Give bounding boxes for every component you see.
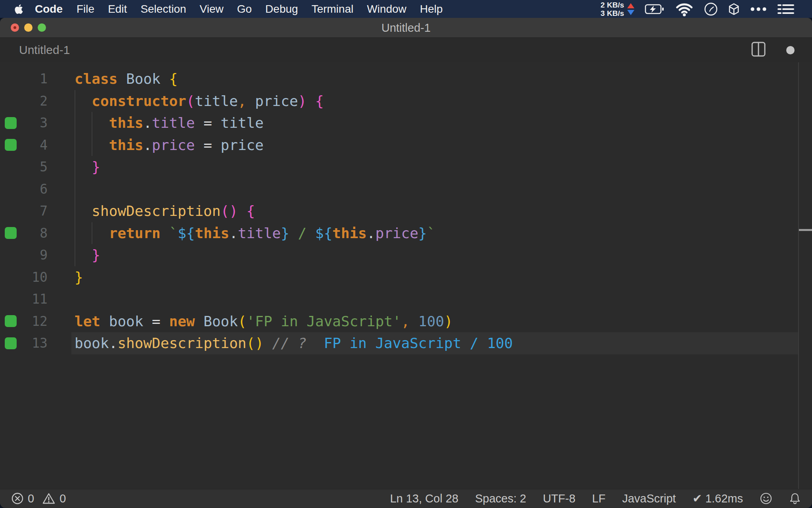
code-text: book.showDescription() // ? FP in JavaSc…	[75, 332, 513, 354]
line-number: 8	[0, 222, 48, 244]
split-editor-icon[interactable]	[751, 41, 766, 59]
menu-item-go[interactable]: Go	[230, 3, 259, 15]
tab-actions	[751, 38, 795, 62]
line-number: 1	[0, 68, 48, 90]
menu-status-area: 2 KB/s 3 KB/s	[601, 1, 812, 17]
network-arrows-icon	[627, 3, 634, 15]
code-line-10[interactable]: 10}	[0, 266, 812, 289]
code-line-13[interactable]: 13book.showDescription() // ? FP in Java…	[0, 332, 812, 354]
notifications-bell-icon[interactable]	[789, 492, 801, 505]
quokka-status[interactable]: ✔ 1.62ms	[693, 492, 743, 505]
status-right: Ln 13, Col 28 Spaces: 2 UTF-8 LF JavaScr…	[390, 492, 801, 505]
editor-tab-bar: Untitled-1	[0, 38, 812, 62]
cube-icon[interactable]	[728, 3, 740, 15]
code-line-4[interactable]: 4 this.price = price	[0, 134, 812, 156]
window-title: Untitled-1	[0, 18, 812, 38]
line-number: 5	[0, 156, 48, 178]
tab-untitled-1[interactable]: Untitled-1	[19, 38, 70, 62]
overview-ruler-border	[798, 62, 799, 489]
line-number: 4	[0, 134, 48, 156]
code-line-11[interactable]: 11	[0, 288, 812, 310]
line-number: 3	[0, 112, 48, 134]
window-titlebar[interactable]: Untitled-1	[0, 18, 812, 38]
code-editor[interactable]: 1class Book {2 constructor(title, price)…	[0, 62, 812, 489]
line-number: 2	[0, 90, 48, 112]
line-number: 6	[0, 178, 48, 200]
code-text: this.price = price	[75, 134, 264, 156]
indentation-setting[interactable]: Spaces: 2	[475, 492, 526, 505]
line-number: 9	[0, 244, 48, 266]
menu-app-name[interactable]: Code	[28, 3, 70, 15]
menu-item-terminal[interactable]: Terminal	[305, 3, 360, 15]
battery-charging-icon[interactable]	[645, 4, 665, 15]
code-line-7[interactable]: 7 showDescription() {	[0, 200, 812, 222]
ellipsis-icon[interactable]	[750, 7, 767, 12]
code-text: let book = new Book('FP in JavaScript', …	[75, 310, 453, 333]
line-number: 7	[0, 200, 48, 222]
code-text: showDescription() {	[75, 200, 255, 222]
code-line-8[interactable]: 8 return `${this.title} / ${this.price}`	[0, 222, 812, 244]
code-line-2[interactable]: 2 constructor(title, price) {	[0, 90, 812, 112]
upload-arrow-icon	[627, 3, 634, 8]
line-number: 10	[0, 266, 48, 289]
errors-count: 0	[28, 492, 34, 505]
status-bar: 0 0 Ln 13, Col 28 Spaces: 2 UTF-8 LF Jav…	[0, 489, 812, 508]
check-icon: ✔	[693, 492, 702, 505]
line-number: 11	[0, 288, 48, 310]
errors-icon	[11, 492, 24, 505]
menu-item-view[interactable]: View	[193, 3, 230, 15]
clock-icon[interactable]	[704, 2, 718, 16]
menu-items: FileEditSelectionViewGoDebugTerminalWind…	[70, 3, 450, 15]
code-line-5[interactable]: 5 }	[0, 156, 812, 178]
list-icon[interactable]	[777, 3, 795, 15]
apple-icon[interactable]	[10, 3, 28, 15]
code-text: this.title = title	[75, 112, 264, 134]
network-speed-widget[interactable]: 2 KB/s 3 KB/s	[601, 1, 634, 17]
quokka-time: 1.62ms	[705, 492, 743, 505]
code-line-12[interactable]: 12let book = new Book('FP in JavaScript'…	[0, 310, 812, 333]
overview-ruler-marker[interactable]	[799, 229, 812, 231]
macos-menu-bar: Code FileEditSelectionViewGoDebugTermina…	[0, 0, 812, 18]
feedback-smiley-icon[interactable]	[760, 492, 772, 505]
warnings-icon	[42, 492, 56, 505]
language-mode[interactable]: JavaScript	[622, 492, 676, 505]
editor-window: Untitled-1 Untitled-1 1class Book {2 con…	[0, 18, 812, 508]
unsaved-changes-dot[interactable]	[786, 46, 795, 54]
code-line-1[interactable]: 1class Book {	[0, 68, 812, 90]
problems-indicator[interactable]: 0 0	[11, 492, 66, 505]
code-text: }	[75, 156, 100, 178]
download-arrow-icon	[627, 10, 634, 15]
code-text: }	[75, 266, 83, 289]
menu-left: Code FileEditSelectionViewGoDebugTermina…	[0, 3, 450, 15]
code-line-9[interactable]: 9 }	[0, 244, 812, 266]
line-number: 12	[0, 310, 48, 333]
code-text: class Book {	[75, 68, 178, 90]
code-text: constructor(title, price) {	[75, 90, 324, 112]
screen: Code FileEditSelectionViewGoDebugTermina…	[0, 0, 812, 508]
eol-setting[interactable]: LF	[592, 492, 605, 505]
menu-item-edit[interactable]: Edit	[101, 3, 134, 15]
menu-item-debug[interactable]: Debug	[259, 3, 305, 15]
encoding-setting[interactable]: UTF-8	[543, 492, 575, 505]
code-line-3[interactable]: 3 this.title = title	[0, 112, 812, 134]
network-down-speed: 3 KB/s	[601, 9, 624, 17]
network-up-speed: 2 KB/s	[601, 1, 624, 9]
menu-item-help[interactable]: Help	[413, 3, 450, 15]
code-line-6[interactable]: 6	[0, 178, 812, 200]
line-number: 13	[0, 332, 48, 354]
wifi-icon[interactable]	[675, 2, 694, 16]
menu-item-window[interactable]: Window	[360, 3, 413, 15]
code-area: 1class Book {2 constructor(title, price)…	[0, 62, 812, 354]
cursor-position[interactable]: Ln 13, Col 28	[390, 492, 459, 505]
code-text: }	[75, 244, 100, 266]
code-text: return `${this.title} / ${this.price}`	[75, 222, 435, 244]
menu-item-selection[interactable]: Selection	[134, 3, 193, 15]
menu-item-file[interactable]: File	[70, 3, 101, 15]
warnings-count: 0	[59, 492, 66, 505]
